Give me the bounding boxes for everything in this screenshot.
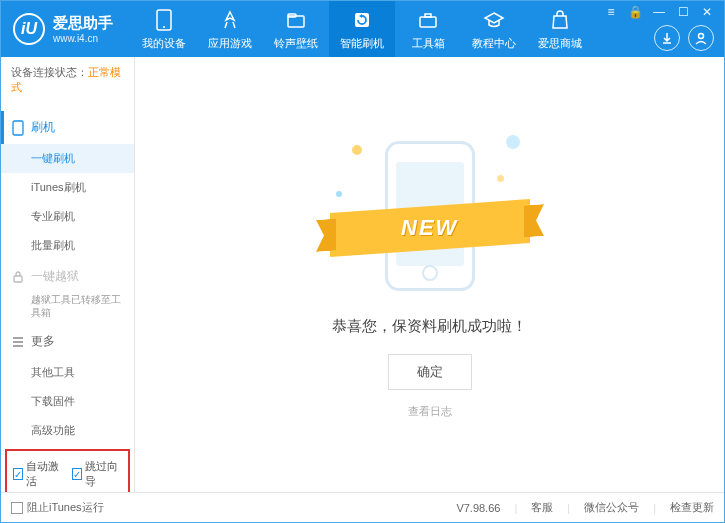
svg-point-1 (163, 26, 165, 28)
wechat-link[interactable]: 微信公众号 (584, 500, 639, 515)
sidebar-item-batch[interactable]: 批量刷机 (1, 231, 134, 260)
sidebar-item-other[interactable]: 其他工具 (1, 358, 134, 387)
graduation-icon (482, 8, 506, 32)
maximize-icon[interactable]: ☐ (674, 5, 692, 19)
section-jailbreak[interactable]: 一键越狱 (1, 260, 134, 293)
section-title: 刷机 (31, 119, 55, 136)
minimize-icon[interactable]: — (650, 5, 668, 19)
checkbox-auto-activate[interactable]: ✓ 自动激活 (13, 459, 64, 489)
user-button[interactable] (688, 25, 714, 51)
titlebar: iU 爱思助手 www.i4.cn 我的设备 应用游戏 铃声壁纸 智能刷机 (1, 1, 724, 57)
logo-icon: iU (13, 13, 45, 45)
main-nav: 我的设备 应用游戏 铃声壁纸 智能刷机 工具箱 教程中心 (131, 1, 593, 57)
sidebar: 设备连接状态：正常模式 刷机 一键刷机 iTunes刷机 专业刷机 批量刷机 一… (1, 57, 135, 492)
nav-label: 智能刷机 (340, 36, 384, 51)
update-link[interactable]: 检查更新 (670, 500, 714, 515)
folder-icon (284, 8, 308, 32)
nav-label: 爱思商城 (538, 36, 582, 51)
version-text: V7.98.66 (456, 502, 500, 514)
nav-label: 工具箱 (412, 36, 445, 51)
nav-ringtones[interactable]: 铃声壁纸 (263, 1, 329, 57)
nav-label: 我的设备 (142, 36, 186, 51)
lock-icon (11, 270, 25, 284)
nav-flash[interactable]: 智能刷机 (329, 1, 395, 57)
sidebar-item-oneclick[interactable]: 一键刷机 (1, 144, 134, 173)
lock-icon[interactable]: 🔒 (626, 5, 644, 19)
section-title: 一键越狱 (31, 268, 79, 285)
connection-status: 设备连接状态：正常模式 (1, 57, 134, 103)
nav-label: 铃声壁纸 (274, 36, 318, 51)
ok-button[interactable]: 确定 (388, 354, 472, 390)
nav-label: 应用游戏 (208, 36, 252, 51)
svg-point-7 (699, 34, 704, 39)
section-title: 更多 (31, 333, 55, 350)
toolbox-icon (416, 8, 440, 32)
checkbox-skip-guide[interactable]: ✓ 跳过向导 (72, 459, 123, 489)
new-ribbon: NEW (330, 199, 530, 257)
sidebar-item-advanced[interactable]: 高级功能 (1, 416, 134, 445)
checkbox-icon: ✓ (72, 468, 82, 480)
checkbox-icon (11, 502, 23, 514)
app-name: 爱思助手 (53, 14, 113, 33)
bag-icon (548, 8, 572, 32)
list-icon (11, 335, 25, 349)
ribbon-text: NEW (401, 215, 458, 241)
checkbox-block-itunes[interactable]: 阻止iTunes运行 (11, 500, 104, 515)
nav-apps[interactable]: 应用游戏 (197, 1, 263, 57)
cb-label: 自动激活 (26, 459, 63, 489)
nav-label: 教程中心 (472, 36, 516, 51)
success-message: 恭喜您，保资料刷机成功啦！ (332, 317, 527, 336)
nav-my-device[interactable]: 我的设备 (131, 1, 197, 57)
nav-store[interactable]: 爱思商城 (527, 1, 593, 57)
phone-icon (152, 8, 176, 32)
success-illustration: NEW (330, 131, 530, 301)
close-icon[interactable]: ✕ (698, 5, 716, 19)
logo: iU 爱思助手 www.i4.cn (1, 13, 131, 45)
section-flash[interactable]: 刷机 (1, 111, 134, 144)
sidebar-item-download-fw[interactable]: 下载固件 (1, 387, 134, 416)
svg-rect-6 (425, 14, 431, 17)
nav-toolbox[interactable]: 工具箱 (395, 1, 461, 57)
service-link[interactable]: 客服 (531, 500, 553, 515)
section-more[interactable]: 更多 (1, 325, 134, 358)
options-highlight: ✓ 自动激活 ✓ 跳过向导 (5, 449, 130, 492)
cb-label: 阻止iTunes运行 (27, 500, 104, 515)
menu-icon[interactable]: ≡ (602, 5, 620, 19)
window-controls: ≡ 🔒 — ☐ ✕ (602, 5, 716, 19)
sidebar-item-itunes[interactable]: iTunes刷机 (1, 173, 134, 202)
svg-rect-8 (13, 121, 23, 135)
jailbreak-note: 越狱工具已转移至工具箱 (1, 293, 134, 325)
refresh-icon (350, 8, 374, 32)
cb-label: 跳过向导 (85, 459, 122, 489)
footer: 阻止iTunes运行 V7.98.66 | 客服 | 微信公众号 | 检查更新 (1, 492, 724, 522)
nav-tutorials[interactable]: 教程中心 (461, 1, 527, 57)
app-window: iU 爱思助手 www.i4.cn 我的设备 应用游戏 铃声壁纸 智能刷机 (0, 0, 725, 523)
main-content: NEW 恭喜您，保资料刷机成功啦！ 确定 查看日志 (135, 57, 724, 492)
phone-icon (11, 121, 25, 135)
download-button[interactable] (654, 25, 680, 51)
sidebar-item-pro[interactable]: 专业刷机 (1, 202, 134, 231)
app-url: www.i4.cn (53, 33, 113, 44)
checkbox-icon: ✓ (13, 468, 23, 480)
svg-rect-9 (14, 276, 22, 282)
svg-rect-5 (420, 17, 436, 27)
conn-label: 设备连接状态： (11, 66, 88, 78)
view-log-link[interactable]: 查看日志 (408, 404, 452, 419)
rocket-icon (218, 8, 242, 32)
